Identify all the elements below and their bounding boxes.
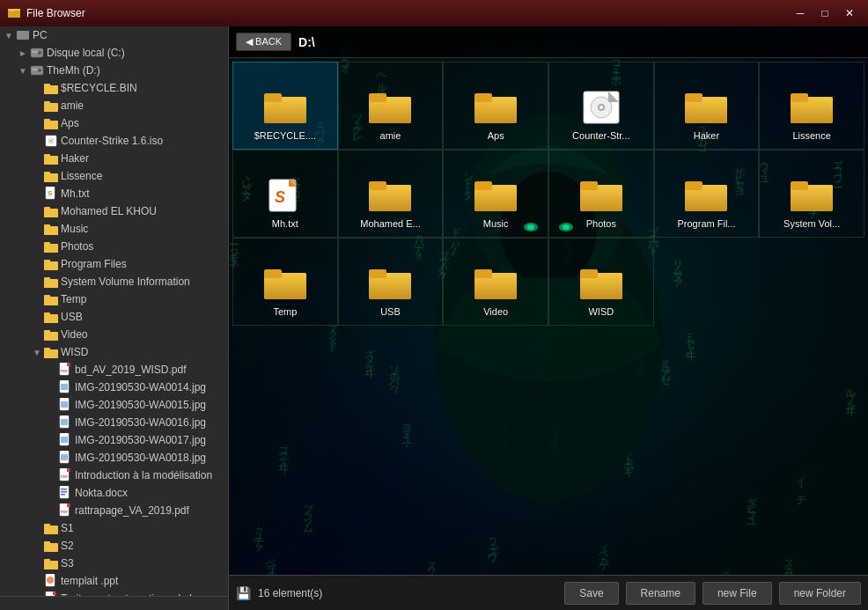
tree-item-lissence[interactable]: Lissence [0,167,228,185]
file-cell-programfiles[interactable]: Program Fil... [654,150,760,238]
file-icon-iso [580,90,622,125]
expand-icon [32,224,42,234]
tree-item-s2[interactable]: S2 [0,537,228,555]
tree-item-cs[interactable]: Counter-Strike 1.6.iso [0,132,228,150]
tree-item-mhtxt[interactable]: SMh.txt [0,185,228,202]
svg-rect-15 [44,104,58,112]
svg-rect-18 [44,121,58,129]
tree-item-aps[interactable]: Aps [0,114,228,132]
expand-icon [32,136,42,146]
svg-rect-70 [61,454,68,460]
file-cell-usb[interactable]: USB [338,238,444,326]
app-title: File Browser [26,7,789,19]
file-pdf-icon: PDF [58,503,72,518]
tree-item-usb[interactable]: USB [0,308,228,326]
file-cell-recycle[interactable]: $RECYCLE.... [232,62,338,150]
save-button[interactable]: Save [564,582,618,605]
folder-icon [44,116,58,130]
tree-item-haker[interactable]: Haker [0,150,228,167]
tree-item-mohamedel[interactable]: Mohamed EL KHOU [0,202,228,220]
tree-item-temp[interactable]: Temp [0,290,228,308]
tree-item-music[interactable]: Music [0,220,228,238]
tree-item-img17[interactable]: IMG-20190530-WA0017.jpg [0,431,228,449]
expand-icon [46,435,56,445]
expand-icon [32,100,42,111]
tree-item-programfiles[interactable]: Program Files [0,255,228,273]
tree-item-label: $RECYCLE.BIN [61,82,137,94]
svg-rect-76 [61,489,67,490]
close-button[interactable]: ✕ [838,4,861,22]
svg-rect-27 [44,174,58,182]
tree-item-amie[interactable]: amie [0,97,228,114]
new-folder-button[interactable]: new Folder [779,582,861,605]
svg-rect-47 [44,298,58,305]
tree-item-rattrapage[interactable]: PDFrattrapage_VA_2019.pdf [0,502,228,519]
file-label: Temp [273,306,297,318]
file-cell-amie[interactable]: amie [338,62,444,150]
file-cell-photos[interactable]: Photos [548,150,654,238]
tree-item-s3[interactable]: S3 [0,555,228,572]
file-pdf-icon: PDF [58,363,72,377]
file-grid-area[interactable]: $RECYCLE.... amie Aps Counter-Str... [229,58,868,575]
svg-rect-140 [685,181,702,190]
tree-item-s1[interactable]: S1 [0,519,228,537]
file-cell-haker[interactable]: Haker [654,62,760,150]
file-doc-icon [58,486,72,500]
svg-rect-1 [8,11,20,18]
folder-icon [44,81,58,95]
file-cell-mohamedel[interactable]: Mohamed E... [338,150,444,238]
tree-panel: ▼PC►Disque local (C:)▼TheMh (D:) $RECYCL… [0,26,229,610]
tree-scroll[interactable]: ▼PC►Disque local (C:)▼TheMh (D:) $RECYCL… [0,26,228,596]
rename-button[interactable]: Rename [626,582,695,605]
tree-item-recycle[interactable]: $RECYCLE.BIN [0,79,228,97]
folder-icon [44,539,58,553]
tree-item-diskC[interactable]: ►Disque local (C:) [0,44,228,62]
file-cell-mhtxt[interactable]: S Mh.txt [232,150,338,238]
tree-item-img18[interactable]: IMG-20190530-WA0018.jpg [0,449,228,467]
tree-item-templait[interactable]: templait .ppt [0,572,228,590]
file-cell-wisd[interactable]: WISD [548,238,654,326]
expand-icon: ► [18,48,28,58]
expand-icon [32,83,42,93]
svg-point-117 [600,106,603,109]
tree-item-nokta[interactable]: Nokta.docx [0,484,228,502]
tree-item-label: WISD [61,346,88,358]
expand-icon [32,188,42,199]
minimize-button[interactable]: ─ [789,4,812,22]
file-cell-lissence[interactable]: Lissence [759,62,864,150]
tree-item-wisd[interactable]: ▼ WISD [0,343,228,361]
folder-icon [44,556,58,570]
tree-scrollbar[interactable] [0,596,228,610]
file-cell-video[interactable]: Video [443,238,548,326]
tree-item-sysvolinfo[interactable]: System Volume Information [0,273,228,290]
new-file-button[interactable]: new File [702,582,772,605]
tree-item-img14[interactable]: IMG-20190530-WA0014.jpg [0,378,228,396]
svg-rect-134 [474,181,492,190]
tree-item-label: rattrapage_VA_2019.pdf [75,504,189,517]
svg-rect-113 [474,93,492,102]
tree-item-traitement[interactable]: PDFTraitement automatique du la [0,590,228,596]
restore-button[interactable]: □ [813,4,836,22]
file-cell-aps[interactable]: Aps [443,62,548,150]
expand-icon [32,523,42,533]
back-button[interactable]: ◀ BACK [236,33,291,51]
tree-item-diskD[interactable]: ▼TheMh (D:) [0,62,228,79]
file-cell-sysvol[interactable]: System Vol... [759,150,864,238]
tree-item-img15[interactable]: IMG-20190530-WA0015.jpg [0,396,228,414]
tree-item-bdav[interactable]: PDFbd_AV_2019_WISD.pdf [0,361,228,378]
tree-item-intro[interactable]: PDFIntroduction à la modélisation [0,467,228,484]
tree-item-photos[interactable]: Photos [0,238,228,255]
tree-item-pc[interactable]: ▼PC [0,26,228,44]
file-icon-folder [474,266,517,301]
svg-rect-91 [44,562,58,570]
tree-item-img16[interactable]: IMG-20190530-WA0016.jpg [0,414,228,431]
tree-item-label: Music [61,223,88,235]
file-cell-music[interactable]: Music [443,150,548,238]
file-cell-temp[interactable]: Temp [232,238,338,326]
tree-item-label: Video [61,328,87,341]
tree-item-video[interactable]: Video [0,326,228,343]
folder-icon [44,239,58,254]
expand-icon: ▼ [18,65,28,76]
file-cell-cs[interactable]: Counter-Str... [548,62,654,150]
file-icon-folder [264,266,306,301]
